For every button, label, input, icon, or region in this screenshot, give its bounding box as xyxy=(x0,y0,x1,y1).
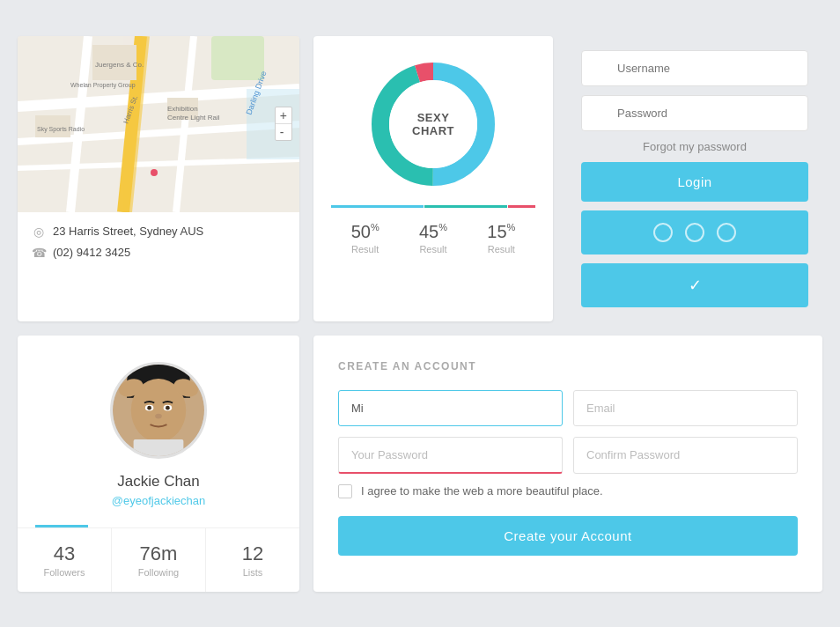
followers-label: Followers xyxy=(25,567,104,578)
stat-item-3: 15% Result xyxy=(487,222,515,254)
social-icon-2 xyxy=(685,223,704,242)
following-stat: 76m Following xyxy=(112,528,206,592)
chart-card: SEXY CHART 50% Result 45% Result xyxy=(313,36,553,321)
stat-label-3: Result xyxy=(487,244,515,254)
profile-card: Jackie Chan @eyeofjackiechan 43 Follower… xyxy=(18,336,299,592)
login-card: 👤 🔍 Forgot my password Login ✓ xyxy=(567,36,822,321)
agree-checkbox[interactable] xyxy=(338,484,352,498)
stat-value-2: 45% xyxy=(419,222,447,242)
stat-value-1: 50% xyxy=(351,222,379,242)
svg-text:Centre Light Rail: Centre Light Rail xyxy=(167,114,220,122)
social-icon-3 xyxy=(717,223,736,242)
password-input[interactable] xyxy=(338,437,563,474)
zoom-out-button[interactable]: - xyxy=(276,124,291,140)
confirm-password-input[interactable] xyxy=(573,437,798,474)
map-info: ◎ 23 Harris Street, Sydney AUS ☎ (02) 94… xyxy=(18,212,299,272)
map-zoom-controls[interactable]: + - xyxy=(275,107,292,141)
donut-chart: SEXY CHART xyxy=(363,54,504,195)
stat-label-1: Result xyxy=(351,244,379,254)
map-visual: Juergens & Co. Whelan Property Group Sky… xyxy=(18,36,299,212)
stat-item-2: 45% Result xyxy=(419,222,447,254)
lists-stat: 12 Lists xyxy=(206,528,299,592)
svg-rect-8 xyxy=(211,36,264,80)
name-input[interactable] xyxy=(338,390,563,426)
agree-text: I agree to make the web a more beautiful… xyxy=(361,484,603,498)
svg-rect-37 xyxy=(134,439,184,456)
avatar xyxy=(110,362,207,459)
svg-point-20 xyxy=(151,169,158,176)
svg-point-35 xyxy=(166,405,170,409)
svg-point-36 xyxy=(155,413,162,418)
phone-text: (02) 9412 3425 xyxy=(53,246,130,259)
profile-name: Jackie Chan xyxy=(117,473,200,491)
progress-bar xyxy=(331,205,535,208)
forgot-password-link[interactable]: Forgot my password xyxy=(581,140,808,153)
password-input[interactable] xyxy=(581,95,808,131)
progress-blue xyxy=(331,205,424,208)
social-icon-1 xyxy=(653,223,673,242)
followers-stat: 43 Followers xyxy=(18,528,112,592)
profile-handle[interactable]: @eyeofjackiechan xyxy=(112,494,205,507)
lists-label: Lists xyxy=(213,567,292,578)
donut-wrapper: SEXY CHART xyxy=(331,54,535,195)
svg-text:Juergens & Co.: Juergens & Co. xyxy=(95,61,144,69)
stat-item-1: 50% Result xyxy=(351,222,379,254)
register-card: CREATE AN ACCOUNT I agree to make the we… xyxy=(313,336,822,592)
agree-row: I agree to make the web a more beautiful… xyxy=(338,484,798,498)
register-title: CREATE AN ACCOUNT xyxy=(338,360,798,373)
avatar-image xyxy=(113,362,204,459)
email-input[interactable] xyxy=(573,390,798,426)
address-row: ◎ 23 Harris Street, Sydney AUS xyxy=(32,225,285,239)
followers-value: 43 xyxy=(25,542,104,565)
stat-value-3: 15% xyxy=(487,222,515,242)
register-form-grid xyxy=(338,390,798,474)
phone-row: ☎ (02) 9412 3425 xyxy=(32,246,285,260)
social-login-button[interactable] xyxy=(581,210,808,254)
progress-red xyxy=(508,205,535,208)
stat-label-2: Result xyxy=(419,244,447,254)
following-label: Following xyxy=(119,567,198,578)
username-input[interactable] xyxy=(581,50,808,86)
chart-center-label: SEXY CHART xyxy=(412,111,454,137)
address-text: 23 Harris Street, Sydney AUS xyxy=(53,225,203,238)
lists-value: 12 xyxy=(213,542,292,565)
username-wrapper: 👤 xyxy=(581,50,808,86)
location-icon: ◎ xyxy=(32,225,46,239)
phone-icon: ☎ xyxy=(32,246,46,260)
following-value: 76m xyxy=(119,542,198,565)
check-button[interactable]: ✓ xyxy=(581,263,808,307)
password-wrapper: 🔍 xyxy=(581,95,808,131)
login-button[interactable]: Login xyxy=(581,162,808,202)
svg-text:Sky Sports Radio: Sky Sports Radio xyxy=(37,126,85,133)
svg-point-34 xyxy=(147,405,151,409)
svg-text:Whelan Property Group: Whelan Property Group xyxy=(70,82,136,89)
svg-text:Exhibition: Exhibition xyxy=(167,105,198,113)
chart-stats: 50% Result 45% Result 15% Result xyxy=(331,222,535,254)
progress-teal xyxy=(424,205,507,208)
map-card: Juergens & Co. Whelan Property Group Sky… xyxy=(18,36,299,321)
zoom-in-button[interactable]: + xyxy=(276,107,291,124)
create-account-button[interactable]: Create your Account xyxy=(338,516,798,556)
profile-stats: 43 Followers 76m Following 12 Lists xyxy=(18,527,299,592)
